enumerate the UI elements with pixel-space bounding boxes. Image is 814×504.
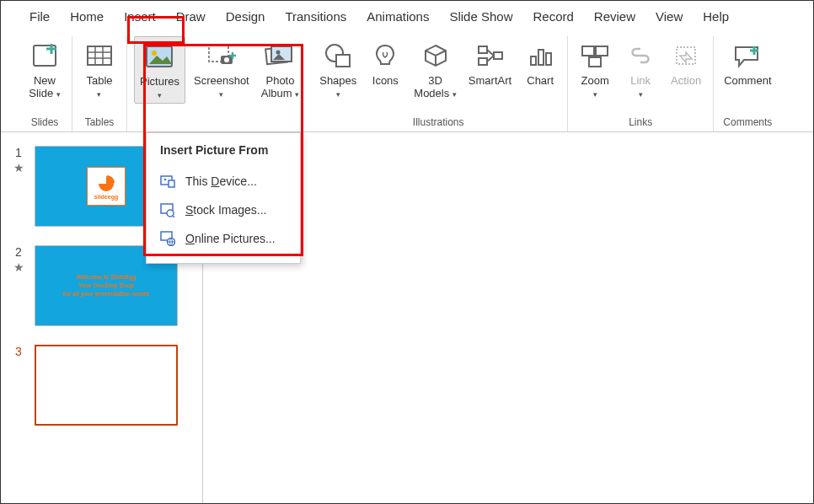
- ribbon: New Slide ▾ Slides Table▾ Tables: [1, 31, 813, 132]
- action-label: Action: [671, 75, 701, 88]
- photo-album-label: Photo Album: [261, 74, 295, 99]
- photo-album-button[interactable]: Photo Album ▾: [258, 36, 303, 102]
- new-slide-label: New Slide: [29, 74, 56, 99]
- comment-label: Comment: [724, 75, 771, 88]
- menu-tabs: File Home Insert Draw Design Transitions…: [1, 1, 813, 31]
- svg-rect-26: [582, 46, 594, 56]
- dropdown-online-pictures[interactable]: Online Pictures...: [147, 224, 300, 253]
- dropdown-this-device[interactable]: This Device...: [147, 167, 300, 196]
- shapes-label: Shapes: [319, 74, 356, 87]
- svg-point-9: [152, 51, 157, 56]
- dropdown-stock-images-label: Stock Images...: [185, 203, 267, 217]
- group-label-slides: Slides: [24, 115, 65, 131]
- chevron-down-icon: ▾: [639, 90, 643, 99]
- smartart-icon: [476, 38, 505, 73]
- ribbon-group-illustrations: Shapes▾ Icons 3D Models ▾: [309, 36, 568, 131]
- cube-icon: [422, 38, 449, 73]
- screenshot-icon: [206, 38, 237, 73]
- chevron-down-icon: ▾: [336, 90, 340, 99]
- smartart-button[interactable]: SmartArt: [465, 36, 515, 89]
- device-icon: [160, 174, 175, 189]
- tab-animations[interactable]: Animations: [356, 4, 439, 29]
- tab-home[interactable]: Home: [60, 4, 114, 29]
- svg-rect-33: [169, 180, 174, 187]
- chevron-down-icon: ▾: [295, 90, 299, 99]
- ribbon-group-slides: New Slide ▾ Slides: [18, 36, 72, 131]
- tab-design[interactable]: Design: [216, 4, 276, 29]
- group-label-links: Links: [575, 115, 706, 131]
- pictures-label: Pictures: [140, 75, 179, 88]
- chart-icon: [527, 38, 554, 73]
- table-icon: [85, 38, 114, 73]
- tab-slideshow[interactable]: Slide Show: [439, 4, 522, 29]
- dropdown-stock-images[interactable]: Stock Images...: [147, 196, 300, 224]
- logo-text: slideegg: [94, 194, 118, 200]
- tab-insert[interactable]: Insert: [114, 4, 166, 29]
- dropdown-this-device-label: This Device...: [185, 174, 257, 188]
- 3d-models-label: 3D Models: [414, 74, 449, 99]
- tab-view[interactable]: View: [645, 4, 693, 29]
- chevron-down-icon: ▾: [158, 91, 162, 99]
- chevron-down-icon: ▾: [97, 90, 101, 99]
- dropdown-online-pictures-label: Online Pictures...: [185, 232, 276, 245]
- group-label-tables: Tables: [79, 115, 120, 131]
- chart-button[interactable]: Chart: [520, 36, 560, 89]
- stock-icon: [160, 202, 175, 217]
- 3d-models-button[interactable]: 3D Models ▾: [410, 36, 460, 102]
- tab-file[interactable]: File: [19, 4, 60, 29]
- icons-button[interactable]: Icons: [365, 36, 405, 89]
- svg-rect-19: [336, 55, 350, 67]
- icons-label: Icons: [372, 75, 399, 88]
- svg-point-36: [167, 210, 174, 217]
- shapes-icon: [324, 38, 352, 73]
- svg-line-37: [173, 216, 174, 217]
- dropdown-header: Insert Picture From: [147, 140, 300, 167]
- star-icon: ★: [13, 161, 24, 174]
- ribbon-group-comments: Comment Comments: [714, 36, 781, 131]
- svg-rect-23: [531, 56, 536, 65]
- tab-review[interactable]: Review: [584, 4, 645, 29]
- svg-rect-22: [494, 52, 502, 59]
- shapes-button[interactable]: Shapes▾: [316, 36, 360, 102]
- group-label-comments: Comments: [720, 115, 774, 131]
- svg-point-12: [224, 57, 229, 62]
- svg-rect-3: [88, 46, 111, 65]
- new-slide-icon: [30, 38, 59, 73]
- svg-point-17: [276, 51, 281, 55]
- new-slide-button[interactable]: New Slide ▾: [24, 36, 65, 102]
- table-button[interactable]: Table▾: [79, 36, 120, 102]
- tab-transitions[interactable]: Transitions: [275, 4, 356, 29]
- chevron-down-icon: ▾: [56, 90, 61, 99]
- comment-button[interactable]: Comment: [720, 36, 774, 89]
- star-icon: ★: [13, 260, 24, 274]
- table-label: Table: [86, 74, 112, 87]
- globe-image-icon: [160, 231, 175, 246]
- tab-draw[interactable]: Draw: [166, 4, 216, 29]
- chart-label: Chart: [527, 75, 554, 88]
- group-label-illustrations: Illustrations: [316, 115, 560, 131]
- zoom-label: Zoom: [581, 74, 609, 87]
- svg-rect-27: [596, 46, 608, 56]
- tab-record[interactable]: Record: [522, 4, 583, 29]
- chevron-down-icon: ▾: [219, 90, 223, 99]
- link-button: Link▾: [620, 36, 661, 102]
- svg-rect-25: [546, 53, 551, 65]
- action-icon: [673, 38, 699, 73]
- main-area: 1 ★ slideegg 2 ★: [1, 132, 813, 503]
- ribbon-group-links: Zoom▾ Link▾ Action Links: [568, 36, 714, 131]
- slide-number: 3: [15, 345, 22, 358]
- icons-icon: [372, 38, 399, 73]
- svg-rect-20: [479, 46, 487, 53]
- zoom-icon: [580, 38, 610, 73]
- pictures-button[interactable]: Pictures▾: [134, 36, 185, 104]
- svg-rect-24: [538, 50, 544, 65]
- photo-album-icon: [265, 38, 295, 73]
- screenshot-label: Screenshot: [194, 74, 249, 87]
- screenshot-button[interactable]: Screenshot▾: [190, 36, 253, 102]
- svg-rect-28: [589, 57, 601, 67]
- action-button: Action: [666, 36, 706, 89]
- zoom-button[interactable]: Zoom▾: [575, 36, 615, 102]
- chevron-down-icon: ▾: [593, 90, 597, 99]
- tab-help[interactable]: Help: [693, 4, 739, 29]
- slide-thumb-3[interactable]: 3: [11, 345, 192, 426]
